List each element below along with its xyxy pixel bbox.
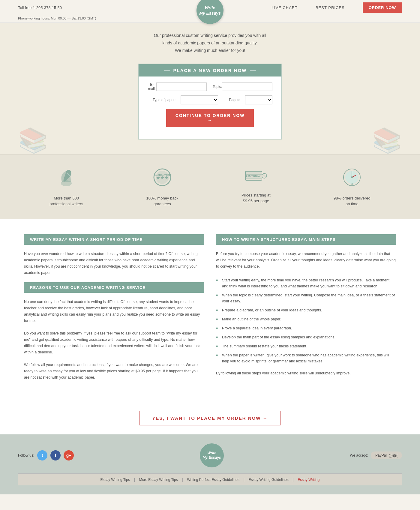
writers-icon xyxy=(50,167,83,191)
footer-link-3[interactable]: Essay Writing Guidelines xyxy=(249,478,289,482)
left-header-2: REASONS TO USE OUR ACADEMIC WRITING SERV… xyxy=(24,282,204,293)
list-item: The summary should restate your thesis s… xyxy=(216,342,396,351)
feature-guarantee: GUARANTEED ★★★ 100% money back garantees xyxy=(146,167,178,207)
footer: Follow us: t f g+ Write My Essays We acc… xyxy=(0,434,420,494)
hero-section: Our professional custom writing service … xyxy=(0,23,420,154)
feature-delivery: 12 98% orders delivered on time xyxy=(334,167,370,207)
cta-section: YES, I WANT TO PLACE MY ORDER NOW → xyxy=(0,402,420,434)
email-row: E-mail: Topic: xyxy=(148,82,272,91)
best-prices-link[interactable]: BEST PRICES xyxy=(316,5,345,10)
content-left: WRITE MY ESSAY WITHIN A SHORT PERIOD OF … xyxy=(24,234,204,387)
left-text-1: Have you ever wondered how to write a st… xyxy=(24,251,204,276)
prices-text-line1: Prices starting at xyxy=(242,193,271,197)
pages-label: Pages: xyxy=(224,98,245,102)
guarantee-text-line1: 100% money back xyxy=(146,196,178,200)
delivery-text-line1: 98% orders delivered xyxy=(334,196,370,200)
header: Toll free 1-205-378-15-50 LIVE CHART Wri… xyxy=(0,0,420,23)
topic-input[interactable] xyxy=(222,82,272,91)
form-header: PLACE A NEW ORDER NOW xyxy=(139,64,281,76)
list-item: When the topic is clearly determined, st… xyxy=(216,291,396,306)
email-input[interactable] xyxy=(156,82,207,91)
footer-payment: We accept: PayPal )))))(( xyxy=(350,452,402,459)
type-row: Type of paper: Essay Research Paper Term… xyxy=(148,95,272,104)
footer-social: Follow us: t f g+ xyxy=(18,450,74,460)
google-button[interactable]: g+ xyxy=(64,450,74,460)
cc-badge: )))))(( xyxy=(389,453,398,458)
order-now-button[interactable]: ORDER NOW xyxy=(363,2,402,13)
hero-text: Our professional custom writing service … xyxy=(6,32,414,55)
svg-point-17 xyxy=(351,176,353,178)
pages-select[interactable]: 1 2 5 10 xyxy=(245,95,272,104)
list-item: Develop the main part of the essay using… xyxy=(216,333,396,342)
separator: | xyxy=(292,477,295,482)
separator: | xyxy=(242,477,246,482)
guarantee-text: 100% money back garantees xyxy=(146,195,178,207)
separator: | xyxy=(181,477,184,482)
writers-text: More than 600 professional writers xyxy=(50,195,83,207)
footer-links: Essay Writing Tips | More Essay Writing … xyxy=(18,473,402,485)
list-item: Prepare a diagram, or an outline of your… xyxy=(216,306,396,315)
footer-logo-line1: Write xyxy=(207,451,216,456)
footer-logo-line2: My Essays xyxy=(202,455,221,460)
svg-text:★★★: ★★★ xyxy=(156,175,169,180)
footer-link-4[interactable]: Essay Writing xyxy=(298,478,320,482)
header-top: Toll free 1-205-378-15-50 LIVE CHART Wri… xyxy=(0,0,420,15)
separator: | xyxy=(133,477,136,482)
guarantee-text-line2: garantees xyxy=(154,202,171,206)
hero-text-line3: We make writing much easier for you! xyxy=(6,47,414,54)
svg-line-12 xyxy=(263,175,266,177)
content-right: HOW TO WRITE A STRUCTURED ESSAY. MAIN ST… xyxy=(216,234,396,387)
svg-text:12: 12 xyxy=(351,183,353,185)
footer-link-1[interactable]: More Essay Writing Tips xyxy=(139,478,178,482)
prices-text: Prices starting at $9.95 per page xyxy=(242,192,271,204)
live-chart-link[interactable]: LIVE CHART xyxy=(272,5,298,10)
topic-label: Topic: xyxy=(213,85,222,89)
continue-button[interactable]: CONTINUE TO ORDER NOW → xyxy=(166,109,254,127)
prices-text-line2: $9.95 per page xyxy=(243,199,269,203)
bullet-list: Start your writing early, the more time … xyxy=(216,276,396,366)
books-left-decor: 📚 xyxy=(18,126,48,154)
footer-link-0[interactable]: Essay Writing Tips xyxy=(100,478,130,482)
features-strip: More than 600 professional writers GUARA… xyxy=(0,154,420,219)
type-label: Type of paper: xyxy=(148,98,181,102)
follow-us-label: Follow us: xyxy=(18,453,34,458)
type-select[interactable]: Essay Research Paper Term Paper xyxy=(181,95,218,104)
footer-link-2[interactable]: Writing Perfect Essay Guidelines xyxy=(187,478,239,482)
twitter-button[interactable]: t xyxy=(37,450,47,460)
facebook-button[interactable]: f xyxy=(50,450,61,460)
writers-text-line1: More than 600 xyxy=(54,196,79,200)
feature-prices: 9.95 TODAY Prices starting at $9.95 per … xyxy=(242,167,271,204)
list-item: Make an outline of the whole paper. xyxy=(216,315,396,324)
left-para-3: We follow all your requirements and inst… xyxy=(24,362,204,381)
payment-badges: PayPal )))))(( xyxy=(371,452,402,459)
we-accept-label: We accept: xyxy=(350,453,368,458)
feature-writers: More than 600 professional writers xyxy=(50,167,83,207)
email-label: E-mail: xyxy=(148,82,156,91)
left-para-2: Do you want to solve this problem? If ye… xyxy=(24,330,204,356)
right-intro: Before you try to compose your academic … xyxy=(216,251,396,270)
logo-line1: Write xyxy=(205,5,215,10)
content-section: WRITE MY ESSAY WITHIN A SHORT PERIOD OF … xyxy=(0,219,420,402)
books-right-decor: 📚 xyxy=(372,126,402,154)
delivery-text: 98% orders delivered on time xyxy=(334,195,370,207)
svg-text:9.95 TODAY: 9.95 TODAY xyxy=(245,175,261,178)
writers-text-line2: professional writers xyxy=(50,202,83,206)
cta-button[interactable]: YES, I WANT TO PLACE MY ORDER NOW → xyxy=(140,411,280,425)
footer-logo: Write My Essays xyxy=(200,443,224,467)
paypal-badge: PayPal xyxy=(375,453,387,458)
hero-text-line1: Our professional custom writing service … xyxy=(6,32,414,39)
list-item: When the paper is written, give your wor… xyxy=(216,351,396,366)
logo-line2: My Essays xyxy=(199,10,221,16)
order-form: PLACE A NEW ORDER NOW E-mail: Topic: Typ… xyxy=(138,64,282,140)
header-nav: LIVE CHART Write My Essays BEST PRICES O… xyxy=(272,2,402,13)
form-body: E-mail: Topic: Type of paper: Essay Rese… xyxy=(139,76,281,139)
prices-icon: 9.95 TODAY xyxy=(242,167,271,188)
phone-number: Toll free 1-205-378-15-50 xyxy=(18,5,62,10)
delivery-text-line2: on time xyxy=(346,202,358,206)
right-header: HOW TO WRITE A STRUCTURED ESSAY. MAIN ST… xyxy=(216,234,396,245)
left-para-1: No one can deny the fact that academic w… xyxy=(24,299,204,324)
right-conclusion: By following all these steps your academ… xyxy=(216,370,396,376)
guarantee-icon: GUARANTEED ★★★ xyxy=(146,167,178,191)
hero-text-line2: kinds of academic papers of an outstandi… xyxy=(6,39,414,47)
delivery-icon: 12 xyxy=(334,167,370,191)
